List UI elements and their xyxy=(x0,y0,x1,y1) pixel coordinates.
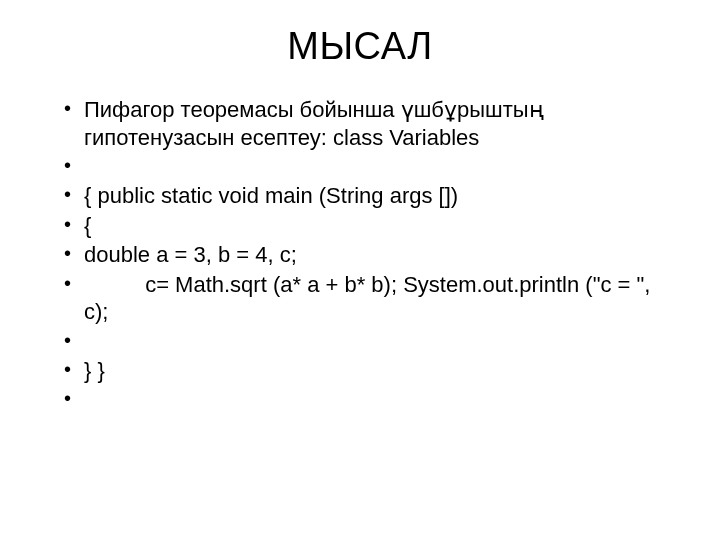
list-item: Пифагор теоремасы бойынша үшбұрыштың гип… xyxy=(60,96,680,151)
list-item xyxy=(60,386,680,413)
bullet-list: Пифагор теоремасы бойынша үшбұрыштың гип… xyxy=(60,96,680,413)
list-item: double а = 3, b = 4, с; xyxy=(60,241,680,269)
list-item xyxy=(60,328,680,355)
list-item: } } xyxy=(60,357,680,385)
list-item xyxy=(60,153,680,180)
list-item: с= Math.sqrt (а* а + b* b); System.out.p… xyxy=(60,271,680,326)
content-area: Пифагор теоремасы бойынша үшбұрыштың гип… xyxy=(40,96,680,413)
list-item: { public static void main (String args [… xyxy=(60,182,680,210)
page-title: МЫСАЛ xyxy=(40,25,680,68)
list-item: { xyxy=(60,212,680,240)
